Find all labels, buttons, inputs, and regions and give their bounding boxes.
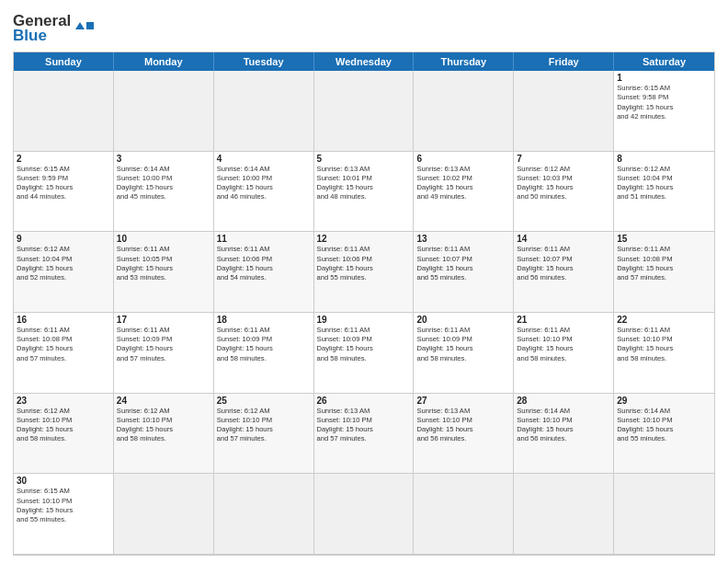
day-info: Sunrise: 6:12 AM Sunset: 10:03 PM Daylig… — [517, 165, 610, 202]
day-info: Sunrise: 6:15 AM Sunset: 9:58 PM Dayligh… — [617, 84, 711, 121]
page: General Blue SundayMondayTuesdayWednesda… — [0, 0, 728, 563]
day-info: Sunrise: 6:11 AM Sunset: 10:09 PM Daylig… — [217, 326, 311, 363]
day-info: Sunrise: 6:12 AM Sunset: 10:10 PM Daylig… — [217, 407, 311, 444]
calendar-cell — [214, 474, 314, 555]
day-number: 23 — [17, 396, 110, 406]
calendar-cell — [314, 71, 415, 152]
day-number: 27 — [416, 396, 510, 406]
day-info: Sunrise: 6:13 AM Sunset: 10:10 PM Daylig… — [416, 407, 510, 444]
day-info: Sunrise: 6:14 AM Sunset: 10:00 PM Daylig… — [217, 165, 311, 202]
day-info: Sunrise: 6:11 AM Sunset: 10:06 PM Daylig… — [317, 245, 411, 282]
day-info: Sunrise: 6:11 AM Sunset: 10:08 PM Daylig… — [617, 245, 711, 282]
day-info: Sunrise: 6:12 AM Sunset: 10:04 PM Daylig… — [617, 165, 711, 202]
day-info: Sunrise: 6:13 AM Sunset: 10:02 PM Daylig… — [416, 165, 510, 202]
calendar-cell: 2Sunrise: 6:15 AM Sunset: 9:59 PM Daylig… — [14, 152, 114, 233]
calendar-cell: 21Sunrise: 6:11 AM Sunset: 10:10 PM Dayl… — [514, 313, 614, 394]
calendar-cell: 6Sunrise: 6:13 AM Sunset: 10:02 PM Dayli… — [414, 152, 514, 233]
day-number: 25 — [217, 396, 311, 406]
weekday-header-friday: Friday — [514, 52, 614, 71]
day-info: Sunrise: 6:14 AM Sunset: 10:10 PM Daylig… — [617, 407, 711, 444]
day-number: 4 — [217, 154, 311, 164]
calendar-cell: 3Sunrise: 6:14 AM Sunset: 10:00 PM Dayli… — [114, 152, 214, 233]
header: General Blue — [13, 9, 715, 46]
day-number: 28 — [517, 396, 610, 406]
day-number: 17 — [117, 315, 210, 325]
svg-marker-2 — [75, 22, 85, 29]
weekday-header-tuesday: Tuesday — [214, 52, 314, 71]
calendar-cell — [514, 71, 614, 152]
day-number: 30 — [17, 476, 110, 486]
calendar-cell: 24Sunrise: 6:12 AM Sunset: 10:10 PM Dayl… — [114, 394, 214, 475]
calendar-header: SundayMondayTuesdayWednesdayThursdayFrid… — [14, 52, 714, 71]
calendar-cell — [114, 474, 214, 555]
day-info: Sunrise: 6:12 AM Sunset: 10:10 PM Daylig… — [17, 407, 110, 444]
day-info: Sunrise: 6:11 AM Sunset: 10:05 PM Daylig… — [117, 245, 210, 282]
day-info: Sunrise: 6:11 AM Sunset: 10:10 PM Daylig… — [617, 326, 711, 363]
day-info: Sunrise: 6:13 AM Sunset: 10:10 PM Daylig… — [317, 407, 411, 444]
calendar-cell — [114, 71, 214, 152]
calendar-cell: 4Sunrise: 6:14 AM Sunset: 10:00 PM Dayli… — [214, 152, 314, 233]
day-number: 1 — [617, 73, 711, 83]
calendar-cell — [614, 474, 714, 555]
calendar-cell: 9Sunrise: 6:12 AM Sunset: 10:04 PM Dayli… — [14, 232, 114, 313]
calendar-cell: 12Sunrise: 6:11 AM Sunset: 10:06 PM Dayl… — [314, 232, 415, 313]
svg-rect-3 — [86, 22, 94, 29]
day-info: Sunrise: 6:12 AM Sunset: 10:10 PM Daylig… — [117, 407, 210, 444]
day-number: 10 — [117, 234, 210, 244]
calendar-cell — [414, 71, 514, 152]
calendar-cell: 22Sunrise: 6:11 AM Sunset: 10:10 PM Dayl… — [614, 313, 714, 394]
calendar-cell: 5Sunrise: 6:13 AM Sunset: 10:01 PM Dayli… — [314, 152, 415, 233]
calendar-cell — [14, 71, 114, 152]
calendar-cell: 1Sunrise: 6:15 AM Sunset: 9:58 PM Daylig… — [614, 71, 714, 152]
calendar-cell: 26Sunrise: 6:13 AM Sunset: 10:10 PM Dayl… — [314, 394, 415, 475]
day-info: Sunrise: 6:11 AM Sunset: 10:07 PM Daylig… — [517, 245, 610, 282]
calendar-cell: 20Sunrise: 6:11 AM Sunset: 10:09 PM Dayl… — [414, 313, 514, 394]
day-number: 6 — [416, 154, 510, 164]
calendar-cell: 25Sunrise: 6:12 AM Sunset: 10:10 PM Dayl… — [214, 394, 314, 475]
calendar-cell: 13Sunrise: 6:11 AM Sunset: 10:07 PM Dayl… — [414, 232, 514, 313]
logo-image: General Blue — [13, 9, 96, 46]
day-info: Sunrise: 6:11 AM Sunset: 10:09 PM Daylig… — [317, 326, 411, 363]
calendar-cell: 15Sunrise: 6:11 AM Sunset: 10:08 PM Dayl… — [614, 232, 714, 313]
day-number: 18 — [217, 315, 311, 325]
calendar-cell — [414, 474, 514, 555]
calendar-cell: 27Sunrise: 6:13 AM Sunset: 10:10 PM Dayl… — [414, 394, 514, 475]
day-number: 11 — [217, 234, 311, 244]
calendar-cell: 14Sunrise: 6:11 AM Sunset: 10:07 PM Dayl… — [514, 232, 614, 313]
day-number: 15 — [617, 234, 711, 244]
calendar-cell: 29Sunrise: 6:14 AM Sunset: 10:10 PM Dayl… — [614, 394, 714, 475]
day-info: Sunrise: 6:11 AM Sunset: 10:06 PM Daylig… — [217, 245, 311, 282]
weekday-header-sunday: Sunday — [14, 52, 114, 71]
day-number: 14 — [517, 234, 610, 244]
calendar-body: 1Sunrise: 6:15 AM Sunset: 9:58 PM Daylig… — [14, 71, 714, 555]
day-number: 5 — [317, 154, 411, 164]
calendar-cell: 7Sunrise: 6:12 AM Sunset: 10:03 PM Dayli… — [514, 152, 614, 233]
day-number: 8 — [617, 154, 711, 164]
day-info: Sunrise: 6:11 AM Sunset: 10:10 PM Daylig… — [517, 326, 610, 363]
calendar-cell: 10Sunrise: 6:11 AM Sunset: 10:05 PM Dayl… — [114, 232, 214, 313]
day-number: 12 — [317, 234, 411, 244]
day-number: 21 — [517, 315, 610, 325]
day-number: 9 — [17, 234, 110, 244]
day-number: 16 — [17, 315, 110, 325]
calendar-cell: 19Sunrise: 6:11 AM Sunset: 10:09 PM Dayl… — [314, 313, 415, 394]
calendar-cell: 18Sunrise: 6:11 AM Sunset: 10:09 PM Dayl… — [214, 313, 314, 394]
weekday-header-wednesday: Wednesday — [314, 52, 415, 71]
day-info: Sunrise: 6:12 AM Sunset: 10:04 PM Daylig… — [17, 245, 110, 282]
day-info: Sunrise: 6:14 AM Sunset: 10:10 PM Daylig… — [517, 407, 610, 444]
day-number: 19 — [317, 315, 411, 325]
calendar-cell — [514, 474, 614, 555]
calendar-cell: 17Sunrise: 6:11 AM Sunset: 10:09 PM Dayl… — [114, 313, 214, 394]
calendar-cell: 28Sunrise: 6:14 AM Sunset: 10:10 PM Dayl… — [514, 394, 614, 475]
calendar-cell — [314, 474, 415, 555]
day-number: 24 — [117, 396, 210, 406]
day-number: 7 — [517, 154, 610, 164]
calendar-cell: 8Sunrise: 6:12 AM Sunset: 10:04 PM Dayli… — [614, 152, 714, 233]
day-info: Sunrise: 6:13 AM Sunset: 10:01 PM Daylig… — [317, 165, 411, 202]
day-number: 20 — [416, 315, 510, 325]
day-number: 3 — [117, 154, 210, 164]
svg-text:Blue: Blue — [13, 27, 47, 44]
weekday-header-saturday: Saturday — [614, 52, 714, 71]
calendar: SundayMondayTuesdayWednesdayThursdayFrid… — [13, 52, 715, 556]
calendar-cell: 11Sunrise: 6:11 AM Sunset: 10:06 PM Dayl… — [214, 232, 314, 313]
